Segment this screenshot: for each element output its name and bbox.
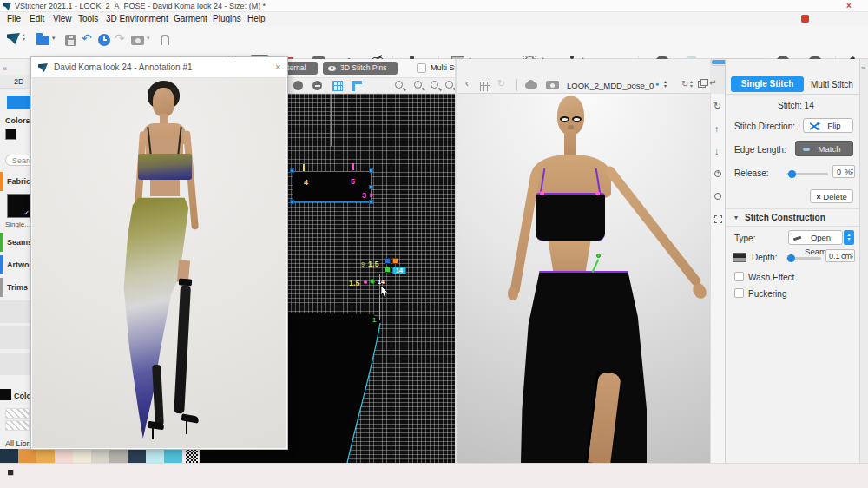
palette-swatch[interactable] xyxy=(164,449,182,463)
open-file-icon[interactable] xyxy=(36,36,49,45)
save-icon[interactable] xyxy=(65,35,76,46)
collapse-panel-icon[interactable]: » xyxy=(861,64,865,72)
hip-pin-line[interactable] xyxy=(592,259,600,272)
selection-handle[interactable] xyxy=(369,168,373,173)
release-slider-thumb[interactable] xyxy=(788,170,796,178)
zoom-fit-icon[interactable] xyxy=(445,81,453,89)
delete-button[interactable]: × Delete xyxy=(810,189,853,203)
palette-swatch[interactable] xyxy=(128,449,146,463)
strap-pin-right[interactable] xyxy=(595,191,600,195)
stitch-dot-pink[interactable] xyxy=(364,280,367,284)
color-library-swatch[interactable] xyxy=(0,389,11,400)
close-window-icon[interactable]: × xyxy=(846,1,852,10)
garment-skirt[interactable] xyxy=(521,271,647,463)
corner-snap-icon[interactable] xyxy=(352,81,362,91)
zoom-out-3d-icon[interactable]: − xyxy=(714,193,721,200)
camera-dropdown-icon[interactable]: ▾ xyxy=(147,35,150,42)
menu-plugins[interactable]: Plugins xyxy=(213,14,241,23)
stitch-pin-green[interactable] xyxy=(385,267,391,273)
depth-slider-thumb[interactable] xyxy=(787,254,795,262)
layout-windows-icon[interactable] xyxy=(698,81,706,88)
selection-handle[interactable] xyxy=(369,185,373,189)
empty-swatch[interactable] xyxy=(5,420,30,431)
palette-swatch[interactable] xyxy=(91,449,109,463)
palette-swatch[interactable] xyxy=(146,449,164,463)
stitch-dot-green[interactable] xyxy=(370,279,375,284)
palette-swatch[interactable] xyxy=(36,449,55,463)
enter-view-icon[interactable]: ↵ xyxy=(709,78,716,88)
pan-down-icon[interactable]: ↓ xyxy=(714,146,720,156)
hip-pin-dot[interactable] xyxy=(596,254,601,258)
grid-floor-icon[interactable] xyxy=(480,82,490,91)
fit-view-icon[interactable] xyxy=(714,215,722,223)
link-icon[interactable] xyxy=(312,81,322,90)
plugin-connector-icon[interactable] xyxy=(161,35,169,45)
zoom-out-icon[interactable] xyxy=(431,81,438,89)
seam-type-stepper[interactable]: ▴▾ xyxy=(844,230,854,245)
stitch-badge-cyan[interactable]: 14 xyxy=(392,267,406,274)
menu-help[interactable]: Help xyxy=(247,14,266,23)
snapshot-camera-icon[interactable] xyxy=(131,36,144,45)
sidebar-item-seams[interactable]: Seams xyxy=(7,238,32,247)
palette-swatch[interactable] xyxy=(73,449,91,463)
palette-swatch[interactable] xyxy=(18,449,36,463)
cloud-icon[interactable] xyxy=(525,82,537,89)
release-slider[interactable] xyxy=(786,173,828,175)
collapse-sidebar-icon[interactable]: « xyxy=(3,64,7,73)
palette-swatch[interactable] xyxy=(0,449,18,463)
release-spinner[interactable]: 0 % ▴▾ xyxy=(832,165,855,178)
garment-bandeau[interactable] xyxy=(536,193,605,241)
seam-type-dropdown[interactable]: Open Seam xyxy=(788,230,843,245)
menu-tools[interactable]: Tools xyxy=(78,14,98,23)
render-camera-icon[interactable] xyxy=(546,81,559,89)
selection-handle[interactable] xyxy=(369,200,373,204)
selection-handle[interactable] xyxy=(290,168,294,173)
empty-swatch[interactable] xyxy=(5,408,30,419)
zoom-region-icon[interactable] xyxy=(414,81,422,89)
pose-stepper[interactable]: ▴▾ xyxy=(664,80,667,89)
start-button-icon[interactable] xyxy=(8,470,20,482)
stitch-construction-header[interactable]: Stitch Construction xyxy=(745,213,825,222)
tab-multi-stitch[interactable]: Multi Stitch xyxy=(811,80,853,89)
logo-stepper[interactable]: ▴▾ xyxy=(23,33,25,42)
pan-up-icon[interactable]: ↑ xyxy=(714,123,720,134)
pose-name[interactable]: LOOK_2_MDD_pose_0 xyxy=(567,81,654,90)
menu-view[interactable]: View xyxy=(53,14,72,23)
menu-file[interactable]: File xyxy=(7,14,21,23)
match-button[interactable]: Match xyxy=(795,141,853,156)
avatar-canvas-3d[interactable] xyxy=(457,94,710,463)
menu-edit[interactable]: Edit xyxy=(30,14,44,23)
construction-collapse-icon[interactable]: ▾ xyxy=(734,214,738,221)
open-dropdown-icon[interactable]: ▾ xyxy=(52,35,56,42)
palette-swatch[interactable] xyxy=(109,449,128,463)
stitch-pin-orange[interactable] xyxy=(392,258,398,264)
pattern-piece-bandeau[interactable] xyxy=(293,171,372,202)
turntable-icon[interactable]: ↻ xyxy=(681,79,688,89)
back-icon[interactable]: ‹ xyxy=(465,77,469,89)
pin-marker-yellow[interactable] xyxy=(303,164,305,171)
zoom-in-icon[interactable] xyxy=(395,81,403,89)
annotation-window[interactable]: David Koma look 24 - Annotation #1 × xyxy=(30,56,288,450)
menu-garment[interactable]: Garment xyxy=(174,14,207,23)
wash-effect-checkbox[interactable] xyxy=(734,272,744,281)
close-annotation-icon[interactable]: × xyxy=(275,62,280,72)
strap-pin-left[interactable] xyxy=(540,191,544,195)
redo-icon[interactable]: ↷ xyxy=(115,31,125,45)
undo-icon[interactable]: ↶ xyxy=(82,31,92,45)
turntable-stepper[interactable]: ▴▾ xyxy=(690,80,693,89)
flip-button[interactable]: Flip xyxy=(803,118,853,133)
pin-marker-pink[interactable] xyxy=(352,163,354,170)
orbit-icon[interactable]: ↻ xyxy=(713,101,721,112)
tab-single-stitch[interactable]: Single Stitch xyxy=(731,76,804,92)
color-swatch-black[interactable] xyxy=(5,129,16,140)
history-clock-icon[interactable] xyxy=(98,34,110,46)
depth-slider[interactable] xyxy=(786,257,821,260)
grid-toggle-icon[interactable] xyxy=(332,81,343,91)
zoom-in-3d-icon[interactable]: + xyxy=(714,170,721,177)
stitch-pin-blue[interactable] xyxy=(385,258,391,264)
stitch-pins-toggle-button[interactable]: 3D Stitch Pins xyxy=(323,62,398,75)
puckering-checkbox[interactable] xyxy=(734,288,744,298)
reset-view-icon[interactable]: ↻ xyxy=(497,78,505,89)
annotation-title-bar[interactable]: David Koma look 24 - Annotation #1 × xyxy=(31,57,287,78)
sidebar-item-trims[interactable]: Trims xyxy=(7,283,28,292)
